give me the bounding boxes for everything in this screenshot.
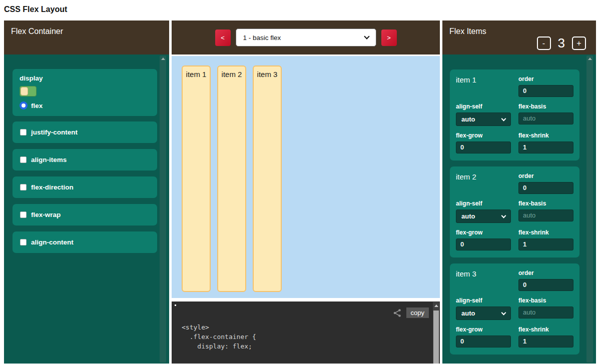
chevron-down-icon — [364, 34, 369, 39]
flex-grow-label: flex-grow — [456, 229, 511, 236]
code-line: display: flex; — [182, 342, 425, 351]
display-card: display flex — [13, 69, 157, 116]
order-label: order — [518, 270, 573, 276]
flex-basis-input[interactable]: auto — [518, 210, 573, 222]
flex-grow-label: flex-grow — [456, 132, 511, 139]
property-card-flex-direction[interactable]: flex-direction — [13, 176, 157, 198]
code-line: .flex-container { — [182, 332, 425, 342]
code-dot — [175, 304, 176, 306]
flex-container-header: Flex Container — [4, 20, 169, 54]
preview-flex-item: item 1 — [182, 66, 211, 292]
preset-select[interactable]: 1 - basic flex — [236, 28, 376, 46]
property-label: justify-content — [31, 128, 78, 136]
display-flex-radio-row[interactable]: flex — [20, 102, 150, 110]
toggle-knob — [21, 87, 28, 96]
flex-container-panel: Flex Container display flex justify-cont… — [4, 20, 169, 364]
align-self-select[interactable]: auto — [456, 210, 511, 223]
item-1-card: item 1 order 0 align-self auto flex-basi… — [450, 70, 579, 160]
preset-nav-bar: < 1 - basic flex > — [172, 20, 440, 54]
chevron-down-icon — [501, 116, 506, 121]
code-panel: copy <style> .flex-container { display: … — [172, 302, 440, 364]
page-title: CSS Flex Layout — [4, 5, 600, 14]
chevron-down-icon — [501, 213, 506, 218]
property-card-align-items[interactable]: align-items — [13, 149, 157, 170]
flex-basis-input[interactable]: auto — [518, 306, 573, 318]
scroll-up-icon[interactable] — [434, 304, 438, 307]
property-card-align-content[interactable]: align-content — [13, 232, 157, 253]
flex-basis-label: flex-basis — [518, 103, 573, 110]
remove-item-button[interactable]: - — [537, 36, 551, 50]
flex-shrink-label: flex-shrink — [518, 326, 573, 333]
flex-grow-input[interactable]: 0 — [456, 142, 511, 154]
align-self-label: align-self — [456, 103, 511, 110]
code-line: <style> — [182, 322, 425, 332]
item-card-title: item 2 — [456, 172, 476, 181]
order-input[interactable]: 0 — [518, 85, 573, 97]
checkbox-icon[interactable] — [20, 156, 27, 163]
order-label: order — [518, 172, 573, 180]
property-card-justify-content[interactable]: justify-content — [13, 122, 157, 143]
item-card-title: item 1 — [456, 76, 476, 84]
item-2-card: item 2 order 0 align-self auto flex-basi… — [450, 166, 579, 258]
flex-grow-label: flex-grow — [456, 326, 511, 333]
flex-items-header: Flex Items - 3 + — [442, 20, 596, 54]
next-preset-button[interactable]: > — [381, 30, 397, 46]
checkbox-icon[interactable] — [20, 239, 27, 246]
display-toggle[interactable] — [20, 86, 37, 96]
flex-shrink-input[interactable]: 1 — [518, 238, 573, 250]
order-label: order — [518, 76, 573, 82]
flex-basis-label: flex-basis — [518, 297, 573, 304]
radio-label: flex — [31, 102, 43, 110]
chevron-down-icon — [501, 310, 506, 315]
flex-grow-input[interactable]: 0 — [456, 238, 511, 250]
item-card-title: item 3 — [456, 270, 476, 278]
radio-checked-icon[interactable] — [20, 102, 28, 110]
scroll-up-icon[interactable] — [161, 58, 165, 60]
flex-preview-container: item 1 item 2 item 3 — [172, 56, 440, 298]
checkbox-icon[interactable] — [20, 184, 27, 190]
flex-items-panel: Flex Items - 3 + item 1 order 0 align-se… — [442, 20, 596, 364]
right-panel-scrollbar[interactable] — [586, 56, 593, 362]
align-self-select[interactable]: auto — [456, 112, 511, 126]
checkbox-icon[interactable] — [20, 129, 27, 136]
flex-items-body: item 1 order 0 align-self auto flex-basi… — [442, 54, 596, 364]
flex-shrink-input[interactable]: 1 — [518, 336, 573, 348]
property-label: flex-direction — [31, 184, 74, 191]
item-count: 3 — [558, 36, 565, 51]
flex-basis-input[interactable]: auto — [518, 112, 573, 124]
align-self-label: align-self — [456, 297, 511, 304]
property-label: align-items — [31, 156, 67, 164]
flex-container-body: display flex justify-content align-item — [4, 54, 169, 364]
align-self-select[interactable]: auto — [456, 306, 511, 320]
left-panel-scrollbar[interactable] — [160, 56, 166, 362]
scrollbar-thumb[interactable] — [433, 310, 439, 364]
preview-column: < 1 - basic flex > item 1 item 2 item 3 — [172, 20, 440, 364]
add-item-button[interactable]: + — [572, 36, 586, 50]
order-input[interactable]: 0 — [518, 182, 573, 194]
flex-items-title: Flex Items — [449, 27, 486, 36]
flex-shrink-label: flex-shrink — [518, 132, 573, 139]
flex-shrink-input[interactable]: 1 — [518, 142, 573, 154]
property-card-flex-wrap[interactable]: flex-wrap — [13, 204, 157, 226]
flex-grow-input[interactable]: 0 — [456, 336, 511, 348]
checkbox-icon[interactable] — [20, 212, 27, 218]
preview-flex-item: item 2 — [217, 66, 246, 292]
flex-basis-label: flex-basis — [518, 200, 573, 207]
preview-flex-item: item 3 — [253, 66, 282, 292]
item-count-stepper: - 3 + — [537, 36, 586, 51]
copy-button[interactable]: copy — [406, 308, 429, 318]
code-scrollbar[interactable] — [433, 302, 439, 364]
prev-preset-button[interactable]: < — [215, 30, 231, 46]
property-label: flex-wrap — [31, 211, 61, 218]
align-self-label: align-self — [456, 200, 511, 207]
scroll-up-icon[interactable] — [588, 58, 592, 60]
flex-shrink-label: flex-shrink — [518, 229, 573, 236]
display-label: display — [20, 74, 150, 82]
preset-select-value: 1 - basic flex — [243, 34, 365, 42]
order-input[interactable]: 0 — [518, 279, 573, 291]
item-3-card: item 3 order 0 align-self auto flex-basi… — [450, 264, 579, 354]
flex-container-title: Flex Container — [11, 27, 63, 36]
share-icon[interactable] — [393, 308, 402, 319]
property-label: align-content — [31, 238, 74, 246]
main-layout: Flex Container display flex justify-cont… — [0, 20, 600, 364]
